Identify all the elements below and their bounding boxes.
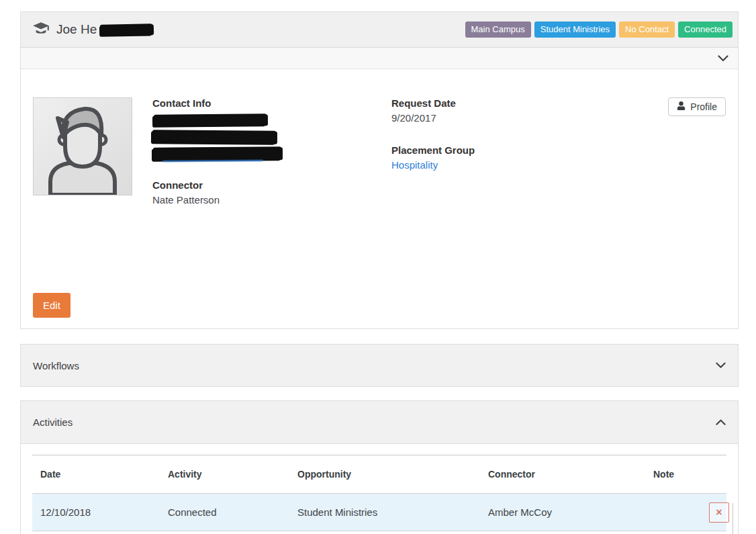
column-header-opportunity: Opportunity [289,455,480,494]
redacted-contact-line [152,130,276,144]
column-header-note: Note [645,455,726,494]
activities-table: Date Activity Opportunity Connector Note… [32,455,726,531]
placement-group-label: Placement Group [391,144,593,156]
delete-activity-button[interactable]: × [709,502,729,523]
workflows-title: Workflows [33,360,79,371]
activities-table-area: Date Activity Opportunity Connector Note… [21,455,738,534]
page: Joe He Main Campus Student Ministries No… [0,0,756,534]
close-icon: × [716,507,722,518]
column-header-activity: Activity [160,455,289,494]
placement-group-block: Placement Group Hospitality [391,144,593,171]
scrollbar[interactable] [733,503,733,534]
activities-card: Activities Date Activity Opportunity Con… [20,400,739,534]
cell-date: 12/10/2018 [32,494,160,531]
connector-block: Connector Nate Patterson [152,179,391,206]
profile-card-header: Joe He Main Campus Student Ministries No… [21,12,738,48]
person-name: Joe He [56,22,97,37]
chevron-up-icon [716,419,726,426]
workflows-card: Workflows [20,344,739,387]
request-date-value: 9/20/2017 [391,112,593,124]
avatar [33,97,132,195]
profile-card-body: Contact Info Connector Nate Patterson Re… [21,69,738,328]
person-icon [677,101,686,112]
badge-student-ministries: Student Ministries [534,21,616,38]
badge-no-contact: No Contact [619,21,675,38]
table-row: 12/10/2018 Connected Student Ministries … [32,494,726,531]
edit-button[interactable]: Edit [33,293,70,318]
profile-summary-card: Joe He Main Campus Student Ministries No… [20,11,739,329]
column-header-date: Date [32,455,160,494]
cell-note: × [645,494,726,531]
graduation-cap-icon [33,21,49,38]
cell-opportunity: Student Ministries [289,494,480,531]
redacted-contact-line [154,114,267,126]
page-title: Joe He [33,21,152,38]
connector-value: Nate Patterson [152,194,391,206]
profile-button[interactable]: Profile [668,97,726,116]
redacted-name [100,24,152,35]
activities-section-toggle[interactable]: Activities [21,401,738,444]
workflows-section-toggle[interactable]: Workflows [21,345,738,386]
placement-group-link[interactable]: Hospitality [391,159,438,171]
chevron-down-icon [718,55,728,62]
request-date-label: Request Date [391,97,593,109]
chevron-down-icon [716,362,726,369]
badge-connected: Connected [678,21,733,38]
table-header-row: Date Activity Opportunity Connector Note [32,455,726,494]
profile-actions: Profile [668,97,726,328]
request-meta-column: Request Date 9/20/2017 Placement Group H… [391,97,593,328]
contact-info-label: Contact Info [152,97,391,109]
cell-connector: Amber McCoy [480,494,645,531]
contact-info-column: Contact Info Connector Nate Patterson [152,97,391,328]
activities-title: Activities [33,416,73,428]
badge-main-campus: Main Campus [465,21,531,38]
redacted-contact-line [153,146,281,160]
profile-collapse-toggle[interactable] [21,48,738,69]
profile-button-label: Profile [690,101,717,112]
column-header-connector: Connector [480,455,645,494]
connector-label: Connector [152,179,391,191]
status-badges: Main Campus Student Ministries No Contac… [465,21,733,38]
request-date-block: Request Date 9/20/2017 [391,97,593,124]
cell-activity: Connected [160,494,289,531]
